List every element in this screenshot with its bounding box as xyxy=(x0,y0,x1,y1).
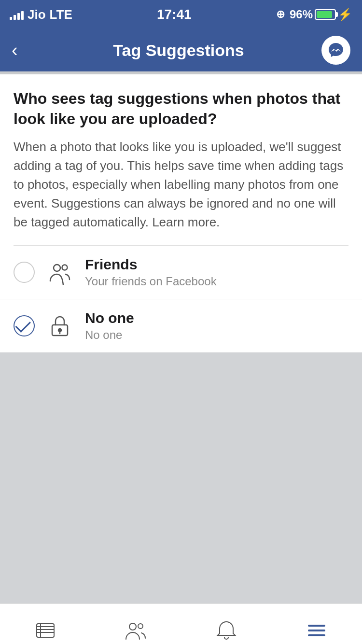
signal-bar-4 xyxy=(21,11,24,20)
friends-tab-icon xyxy=(124,619,147,642)
svg-rect-5 xyxy=(37,624,54,637)
svg-point-1 xyxy=(62,265,68,270)
bell-icon xyxy=(215,619,238,642)
carrier-name: Jio xyxy=(28,7,46,22)
location-icon: ⊕ xyxy=(276,8,285,21)
battery xyxy=(315,9,336,20)
option-no-one-sublabel: No one xyxy=(85,328,348,342)
status-bar-right: ⊕ 96% ⚡ xyxy=(276,8,352,21)
signal-bar-1 xyxy=(10,17,12,20)
signal-bar-3 xyxy=(17,13,20,20)
status-bar: Jio LTE 17:41 ⊕ 96% ⚡ xyxy=(0,0,362,29)
status-time: 17:41 xyxy=(157,7,192,22)
description-body: When a photo that looks like you is uplo… xyxy=(14,138,348,232)
battery-fill xyxy=(317,11,332,18)
status-bar-left: Jio LTE xyxy=(10,7,72,22)
option-no-one-text: No one No one xyxy=(85,310,348,342)
nav-bar: ‹ Tag Suggestions xyxy=(0,29,362,71)
option-no-one-label: No one xyxy=(85,310,348,326)
content-area: Who sees tag suggestions when photos tha… xyxy=(0,74,362,352)
svg-point-11 xyxy=(138,624,143,629)
charging-icon: ⚡ xyxy=(338,8,352,21)
signal-bar-2 xyxy=(14,15,16,20)
option-no-one[interactable]: No one No one xyxy=(0,299,362,352)
nav-title: Tag Suggestions xyxy=(113,41,244,60)
battery-percent: 96% xyxy=(290,8,313,21)
home-icon xyxy=(34,619,57,642)
messenger-button[interactable] xyxy=(321,36,350,65)
lock-icon xyxy=(44,310,75,341)
network-type: LTE xyxy=(50,7,72,22)
tab-friends[interactable] xyxy=(114,614,157,644)
signal-bars xyxy=(10,9,24,20)
tab-bar xyxy=(0,603,362,644)
friends-icon xyxy=(44,257,75,288)
friends-svg-icon xyxy=(47,260,72,285)
tab-menu[interactable] xyxy=(295,614,338,644)
tab-notifications[interactable] xyxy=(205,614,248,644)
lock-svg-icon xyxy=(47,313,72,338)
back-button[interactable]: ‹ xyxy=(12,40,36,61)
tab-home[interactable] xyxy=(24,614,67,644)
messenger-icon xyxy=(327,42,345,59)
radio-friends[interactable] xyxy=(14,262,35,283)
option-friends-text: Friends Your friends on Facebook xyxy=(85,256,348,288)
svg-point-0 xyxy=(54,265,60,271)
grey-background xyxy=(0,352,362,603)
option-friends-sublabel: Your friends on Facebook xyxy=(85,275,348,288)
description-title: Who sees tag suggestions when photos tha… xyxy=(14,89,348,129)
battery-container: 96% ⚡ xyxy=(290,8,352,21)
option-friends-label: Friends xyxy=(85,256,348,273)
description-section: Who sees tag suggestions when photos tha… xyxy=(0,74,362,245)
svg-point-10 xyxy=(129,623,136,630)
option-friends[interactable]: Friends Your friends on Facebook xyxy=(0,246,362,299)
radio-no-one[interactable] xyxy=(14,315,35,336)
menu-icon xyxy=(305,619,328,642)
